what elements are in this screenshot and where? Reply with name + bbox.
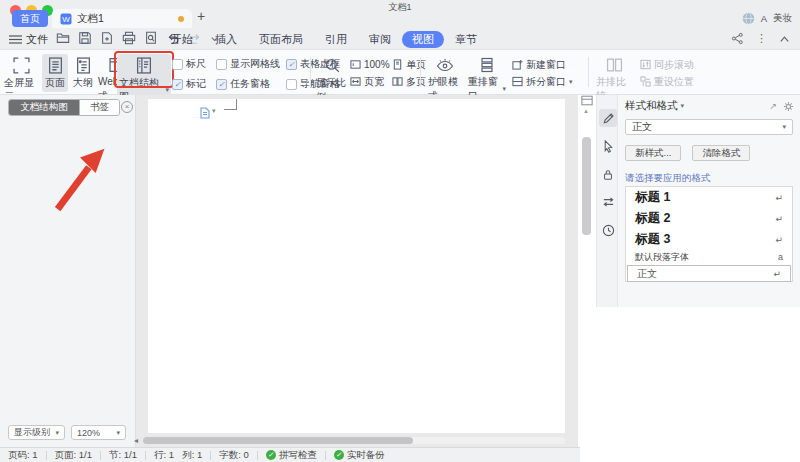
tab-review[interactable]: 审阅 bbox=[358, 31, 402, 48]
wps-writer-icon: W bbox=[60, 13, 72, 25]
styles-pane-tab[interactable] bbox=[599, 109, 617, 127]
home-tab-button[interactable]: 首页 bbox=[12, 10, 48, 27]
panel-tab-document-map[interactable]: 文档结构图 bbox=[9, 100, 79, 115]
new-tab-button[interactable]: + bbox=[197, 8, 205, 24]
new-window-icon bbox=[512, 59, 523, 70]
style-prompt-label: 请选择要应用的格式 bbox=[625, 172, 711, 185]
document-page[interactable]: ▾ bbox=[148, 99, 565, 433]
outline-view-button[interactable]: 大纲 bbox=[70, 54, 96, 92]
rearrange-windows-icon bbox=[479, 57, 495, 73]
save-icon[interactable] bbox=[78, 31, 92, 45]
ribbon-separator bbox=[588, 57, 589, 87]
reset-position-button[interactable]: 重设位置 bbox=[640, 75, 694, 88]
panel-close-button[interactable]: × bbox=[121, 101, 133, 113]
zoom-100-button[interactable]: 100% bbox=[350, 58, 390, 71]
ruler-toggle-icon[interactable] bbox=[581, 95, 593, 106]
panel-tabs: 文档结构图 书签 bbox=[8, 99, 120, 116]
tab-start[interactable]: 开始 bbox=[160, 31, 204, 48]
print-icon[interactable] bbox=[122, 31, 136, 45]
chevron-down-icon[interactable]: ▾ bbox=[681, 102, 685, 110]
cursor-icon bbox=[602, 140, 614, 153]
lock-icon bbox=[602, 168, 614, 181]
style-item-heading1[interactable]: 标题 1↵ bbox=[626, 187, 792, 208]
status-word-count: 字数: 0 bbox=[219, 449, 249, 462]
tab-page-layout[interactable]: 页面布局 bbox=[248, 31, 314, 48]
page-view-icon bbox=[48, 57, 63, 74]
paragraph-mark-icon: ↵ bbox=[775, 235, 783, 245]
pane-popout-icon[interactable]: ↗ bbox=[769, 101, 777, 111]
avatar-globe-icon bbox=[742, 12, 755, 25]
check-icon: ✓ bbox=[218, 80, 225, 89]
scroll-up-arrow-icon[interactable]: ▲ bbox=[583, 108, 589, 114]
wps-window: 文档1 首页 W 文档1 + A 美妆 文件 开始 插入 bbox=[0, 0, 800, 462]
share-icon[interactable] bbox=[731, 32, 744, 45]
display-level-dropdown[interactable]: 显示级别▾ bbox=[8, 425, 65, 440]
style-item-default-font[interactable]: 默认段落字体a bbox=[626, 250, 792, 264]
ribbon-separator bbox=[310, 57, 311, 87]
style-item-heading3[interactable]: 标题 3↵ bbox=[626, 229, 792, 250]
new-style-button[interactable]: 新样式... bbox=[625, 145, 681, 161]
task-pane-tab-strip bbox=[596, 95, 618, 307]
document-start-widget[interactable]: ▾ bbox=[200, 107, 216, 119]
page-view-button[interactable]: 页面 bbox=[42, 54, 68, 92]
style-item-heading2[interactable]: 标题 2↵ bbox=[626, 208, 792, 229]
tab-insert[interactable]: 插入 bbox=[204, 31, 248, 48]
print-preview-icon[interactable] bbox=[144, 31, 158, 45]
document-tab[interactable]: W 文档1 bbox=[52, 9, 192, 28]
page-width-button[interactable]: 页宽 bbox=[350, 75, 384, 88]
document-map-panel: 文档结构图 书签 × 显示级别▾ 120%▾ bbox=[0, 95, 136, 447]
task-pane-checkbox[interactable]: ✓任务窗格 bbox=[216, 77, 286, 91]
history-pane-tab[interactable] bbox=[599, 221, 617, 239]
tab-references[interactable]: 引用 bbox=[314, 31, 358, 48]
side-by-side-icon bbox=[606, 57, 623, 73]
pencil-icon bbox=[602, 112, 615, 125]
horizontal-scroll-thumb[interactable] bbox=[143, 437, 413, 444]
zoom-100-icon bbox=[350, 59, 361, 70]
selection-pane-tab[interactable] bbox=[599, 137, 617, 155]
protect-pane-tab[interactable] bbox=[599, 165, 617, 183]
eye-protection-icon bbox=[436, 57, 454, 73]
user-name: 美妆 bbox=[773, 12, 792, 25]
spell-check-ok-icon: ✓ bbox=[266, 450, 276, 460]
sync-scroll-button[interactable]: 同步滚动 bbox=[640, 58, 694, 71]
main-menu-icon[interactable] bbox=[9, 35, 22, 44]
document-map-icon bbox=[136, 57, 152, 74]
export-pdf-icon[interactable] bbox=[100, 31, 114, 45]
statusbar: 页码: 1 页面: 1/1 节: 1/1 行: 1 列: 1 字数: 0 ✓ 拼… bbox=[0, 447, 580, 462]
scroll-left-arrow-icon[interactable]: ◂ bbox=[134, 436, 138, 445]
swap-arrows-icon bbox=[602, 196, 615, 208]
more-options-icon[interactable]: ⋮ bbox=[756, 32, 767, 45]
file-menu[interactable]: 文件 bbox=[26, 32, 48, 47]
split-window-button[interactable]: 拆分窗口▾ bbox=[512, 75, 573, 88]
current-style-dropdown[interactable]: 正文▾ bbox=[625, 119, 793, 135]
spell-check-toggle[interactable]: ✓ 拼写检查 bbox=[266, 449, 317, 462]
realtime-backup-toggle[interactable]: ✓ 实时备份 bbox=[334, 449, 385, 462]
panel-zoom-dropdown[interactable]: 120%▾ bbox=[71, 425, 126, 440]
vertical-scroll-thumb[interactable] bbox=[582, 137, 591, 235]
page-width-icon bbox=[350, 76, 361, 87]
gridlines-checkbox[interactable]: ✓显示网格线 bbox=[216, 57, 286, 71]
user-account[interactable]: A 美妆 bbox=[742, 12, 792, 25]
open-file-icon[interactable] bbox=[56, 31, 70, 45]
tab-view[interactable]: 视图 bbox=[402, 31, 444, 48]
check-icon: ✓ bbox=[218, 60, 225, 69]
tab-section[interactable]: 章节 bbox=[444, 31, 488, 48]
view-ribbon: 全屏显示 页面 大纲 Web版式 文档结构图▾ ✓标尺 ✓显示网格线 ✓表格虚框… bbox=[0, 50, 800, 95]
ruler-checkbox[interactable]: ✓标尺 bbox=[172, 57, 216, 71]
char-style-mark-icon: a bbox=[778, 252, 783, 262]
backup-ok-icon: ✓ bbox=[334, 450, 344, 460]
markup-checkbox[interactable]: ✓标记 bbox=[172, 77, 216, 91]
chevron-down-icon: ▾ bbox=[55, 429, 59, 437]
text-tools-pane-tab[interactable] bbox=[599, 193, 617, 211]
horizontal-scroll-track[interactable]: ◂ bbox=[143, 437, 565, 444]
paragraph-mark-icon: ↵ bbox=[775, 214, 783, 224]
style-item-body-selected[interactable]: 正文↵ bbox=[627, 265, 791, 282]
new-window-button[interactable]: 新建窗口 bbox=[512, 58, 566, 71]
pane-settings-icon[interactable] bbox=[783, 101, 794, 112]
styles-list: 标题 1↵ 标题 2↵ 标题 3↵ 默认段落字体a 正文↵ bbox=[625, 186, 793, 282]
clear-format-button[interactable]: 清除格式 bbox=[692, 145, 750, 161]
pane-title: 样式和格式 bbox=[625, 99, 678, 113]
panel-tab-bookmark[interactable]: 书签 bbox=[79, 100, 119, 115]
status-column: 列: 1 bbox=[182, 449, 202, 462]
collapse-ribbon-icon[interactable] bbox=[779, 35, 790, 43]
